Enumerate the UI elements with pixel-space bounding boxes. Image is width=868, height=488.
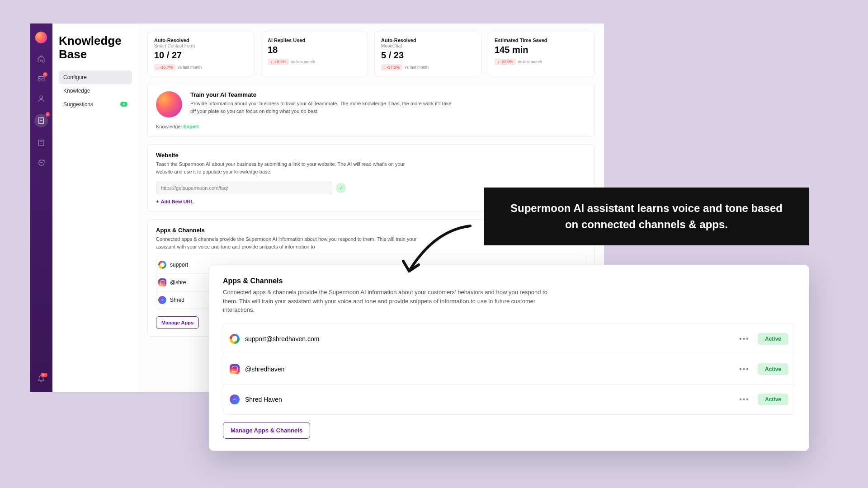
stat-sub: Smart Contact Form [154,43,248,48]
subnav-configure[interactable]: Configure [59,70,132,84]
channel-name: @shredhaven [245,366,284,373]
apps-channels-popover: Apps & Channels Connected apps & channel… [209,265,809,451]
svg-point-5 [41,163,42,163]
app-logo [35,32,47,43]
secondary-nav: Knowledge Base Configure Knowledge Sugge… [52,23,138,392]
stat-label: AI Replies Used [268,38,361,43]
website-desc: Teach the Supermoon AI about your busine… [156,160,418,175]
channel-more-icon[interactable]: ••• [739,335,750,343]
knowledge-base-icon[interactable]: • [34,114,48,127]
svg-rect-2 [39,117,44,124]
svg-point-6 [42,163,42,163]
instagram-icon [230,364,240,374]
subnav-label: Configure [63,74,87,80]
channel-row-google: support@shredhaven.com •••Active [223,324,795,354]
forms-icon[interactable] [37,138,46,147]
notifications-icon[interactable]: 9+ [37,375,46,384]
train-title: Train your AI Teammate [190,91,453,98]
svg-rect-3 [38,140,44,145]
train-card: Train your AI Teammate Provide informati… [147,84,595,137]
stat-delta-suffix: vs last month [405,65,429,70]
ai-teammate-icon [156,91,182,117]
google-icon [230,334,240,344]
stat-card-ai-replies: AI Replies Used 18 ↓ -18.2%vs last month [261,32,368,76]
stat-card-auto-resolved-form: Auto-Resolved Smart Contact Form 10 / 27… [147,32,255,76]
kb-badge: • [46,112,50,117]
channel-more-icon[interactable]: ••• [739,395,750,404]
stat-delta: ↓ -16.7% [154,64,175,70]
manage-apps-button-bg[interactable]: Manage Apps [156,316,199,329]
add-url-label: Add New URL [160,199,193,204]
page-title: Knowledge Base [59,34,132,61]
stat-delta: ↓ -22.0% [495,59,516,65]
website-title: Website [156,152,586,159]
website-url-input[interactable] [156,182,332,194]
status-badge: Active [758,394,788,405]
stat-value: 5 / 23 [381,50,475,61]
chat-icon[interactable] [37,158,46,167]
knowledge-level: Knowledge: Expert [156,124,586,129]
svg-point-4 [40,163,40,163]
contacts-icon[interactable] [37,94,46,103]
stat-delta-suffix: vs last month [518,60,542,64]
messenger-icon [158,296,166,304]
stat-label: Auto-Resolved [381,38,475,43]
instagram-icon [158,278,166,286]
channel-name: Shred Haven [245,396,282,403]
knowledge-value: Expert [184,124,199,129]
url-check-icon: ✓ [336,183,346,193]
stat-value: 10 / 27 [154,50,248,61]
subnav-label: Suggestions [63,101,93,108]
stat-delta: ↓ -18.2% [268,59,289,65]
apps-title: Apps & Channels [223,277,795,285]
channel-more-icon[interactable]: ••• [739,365,750,373]
stat-delta: ↓ -37.5% [381,64,402,70]
status-badge: Active [758,363,788,375]
stat-value: 18 [268,45,361,55]
channel-row-instagram: @shredhaven •••Active [223,354,795,384]
stat-delta-suffix: vs last month [291,60,315,64]
inbox-icon[interactable]: 1 [37,74,46,83]
inbox-badge: 1 [43,72,47,77]
subnav-suggestions[interactable]: SuggestionsN [59,98,132,111]
stat-sub: MoonChat [381,43,475,48]
svg-point-1 [40,96,42,99]
notifications-badge: 9+ [41,373,47,377]
google-icon [158,261,166,269]
status-badge: Active [758,333,788,345]
stat-label: Auto-Resolved [154,38,248,43]
annotation-arrow-icon [398,221,479,280]
channel-list: support@shredhaven.com •••Active @shredh… [223,324,795,415]
channel-name: support@shredhaven.com [245,335,319,343]
stat-row: Auto-Resolved Smart Contact Form 10 / 27… [147,32,595,76]
apps-desc: Connected apps & channels provide the Su… [223,288,548,314]
messenger-icon [230,394,240,404]
stat-delta-suffix: vs last month [178,65,202,70]
subnav-label: Knowledge [63,88,90,94]
suggestions-badge: N [120,102,127,107]
svg-rect-0 [38,77,44,81]
stat-label: Estimated Time Saved [495,38,588,43]
apps-bg-desc: Connected apps & channels provide the Su… [156,235,418,250]
stat-card-time-saved: Estimated Time Saved 145 min ↓ -22.0%vs … [488,32,595,76]
stat-value: 145 min [495,45,588,55]
subnav-knowledge[interactable]: Knowledge [59,84,132,98]
annotation-callout: Supermoon AI assistant learns voice and … [484,188,809,245]
train-desc: Provide information about your business … [190,100,453,115]
channel-row-messenger: Shred Haven •••Active [223,384,795,414]
icon-sidebar: 1 • 9+ [30,23,52,392]
stat-card-auto-resolved-chat: Auto-Resolved MoonChat 5 / 23 ↓ -37.5%vs… [374,32,481,76]
knowledge-label: Knowledge: [156,124,182,129]
manage-apps-button[interactable]: Manage Apps & Channels [223,422,310,439]
home-icon[interactable] [37,54,46,63]
